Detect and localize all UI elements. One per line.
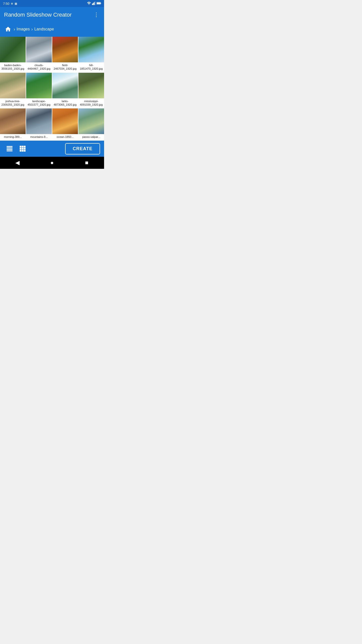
back-button[interactable]: ◀ — [10, 158, 25, 168]
image-thumbnail — [0, 108, 26, 134]
breadcrumb-images[interactable]: Images — [17, 27, 30, 31]
image-filename: mississippi-4091039_1920.jpg — [78, 98, 104, 108]
image-filename: mountains-9... — [26, 134, 52, 140]
svg-rect-4 — [95, 2, 96, 5]
breadcrumb-sep-2: › — [31, 27, 33, 32]
image-thumbnail — [0, 37, 26, 62]
list-item[interactable]: landscape-4501577_1920.jpg — [26, 73, 52, 108]
sim-icon: ⊕ — [11, 2, 13, 5]
image-filename: morning-389... — [0, 134, 26, 140]
create-button[interactable]: CREATE — [65, 143, 100, 154]
battery-icon — [97, 2, 101, 6]
svg-rect-17 — [24, 148, 26, 150]
bottom-bar: CREATE — [0, 141, 104, 157]
list-view-icon — [6, 145, 13, 152]
app-title: Random Slideshow Creator — [4, 12, 72, 18]
home-button[interactable]: ● — [44, 158, 60, 168]
svg-rect-16 — [22, 148, 24, 150]
svg-rect-11 — [7, 150, 12, 151]
svg-rect-9 — [7, 148, 12, 149]
image-thumbnail — [0, 73, 26, 98]
svg-rect-7 — [97, 2, 100, 4]
app-bar: Random Slideshow Creator ⋮ — [0, 7, 104, 23]
image-thumbnail — [26, 37, 52, 62]
list-item[interactable]: baden-baden-3556193_1920.jpg — [0, 37, 26, 72]
more-options-button[interactable]: ⋮ — [93, 11, 100, 19]
image-filename: joshua-tree-2309255_1920.jpg — [0, 98, 26, 108]
view-toggle — [4, 143, 28, 154]
list-item[interactable]: mississippi-4091039_1920.jpg — [78, 73, 104, 108]
recents-button[interactable]: ■ — [79, 158, 94, 168]
image-filename: hill-1851470_1920.jpg — [78, 62, 104, 72]
svg-rect-18 — [20, 150, 21, 152]
image-filename: clouds-4464467_1920.jpg — [26, 62, 52, 72]
image-thumbnail — [26, 73, 52, 98]
svg-rect-14 — [24, 146, 26, 148]
svg-point-0 — [89, 4, 89, 5]
list-item[interactable]: ocean-1850... — [52, 108, 78, 140]
list-item[interactable]: field-2467034_1920.jpg — [52, 37, 78, 72]
image-filename: baden-baden-3556193_1920.jpg — [0, 62, 26, 72]
home-icon — [5, 26, 11, 32]
list-item[interactable]: passo-valpar... — [78, 108, 104, 140]
status-time: 7:50 — [3, 2, 9, 6]
breadcrumb-sep-1: › — [14, 27, 15, 32]
image-grid: baden-baden-3556193_1920.jpgclouds-44644… — [0, 37, 104, 141]
svg-rect-20 — [24, 150, 26, 152]
image-filename: passo-valpar... — [78, 134, 104, 140]
grid-view-button[interactable] — [17, 143, 28, 154]
list-item[interactable]: mountains-9... — [26, 108, 52, 140]
image-thumbnail — [78, 73, 104, 98]
image-thumbnail — [52, 37, 78, 62]
svg-rect-1 — [92, 4, 93, 5]
svg-rect-13 — [22, 146, 24, 148]
svg-rect-2 — [93, 3, 94, 5]
list-item[interactable]: hill-1851470_1920.jpg — [78, 37, 104, 72]
image-thumbnail — [78, 108, 104, 134]
breadcrumb-home-button[interactable] — [4, 25, 12, 33]
image-thumbnail — [78, 37, 104, 62]
list-item[interactable]: larks-4873065_1920.jpg — [52, 73, 78, 108]
image-thumbnail — [26, 108, 52, 134]
grid-view-icon — [19, 145, 26, 152]
status-bar: 7:50 ⊕ ▦ — [0, 0, 104, 7]
image-thumbnail — [52, 73, 78, 98]
svg-rect-8 — [7, 146, 12, 147]
notification-icon: ▦ — [15, 2, 17, 5]
list-item[interactable]: clouds-4464467_1920.jpg — [26, 37, 52, 72]
svg-rect-6 — [101, 3, 101, 4]
image-filename: field-2467034_1920.jpg — [52, 62, 78, 72]
svg-rect-3 — [94, 2, 95, 5]
image-filename: landscape-4501577_1920.jpg — [26, 98, 52, 108]
status-time-area: 7:50 ⊕ ▦ — [3, 2, 17, 6]
list-item[interactable]: morning-389... — [0, 108, 26, 140]
list-item[interactable]: joshua-tree-2309255_1920.jpg — [0, 73, 26, 108]
status-icons — [87, 2, 101, 6]
image-filename: larks-4873065_1920.jpg — [52, 98, 78, 108]
breadcrumb: › Images › Landscape — [0, 23, 104, 37]
wifi-icon — [87, 2, 91, 6]
svg-rect-12 — [20, 146, 21, 148]
breadcrumb-current: Landscape — [34, 27, 54, 31]
signal-icon — [92, 2, 96, 6]
svg-rect-15 — [20, 148, 21, 150]
svg-rect-19 — [22, 150, 24, 152]
system-nav-bar: ◀ ● ■ — [0, 157, 104, 169]
list-view-button[interactable] — [4, 143, 15, 154]
svg-rect-10 — [7, 149, 12, 150]
image-filename: ocean-1850... — [52, 134, 78, 140]
image-thumbnail — [52, 108, 78, 134]
